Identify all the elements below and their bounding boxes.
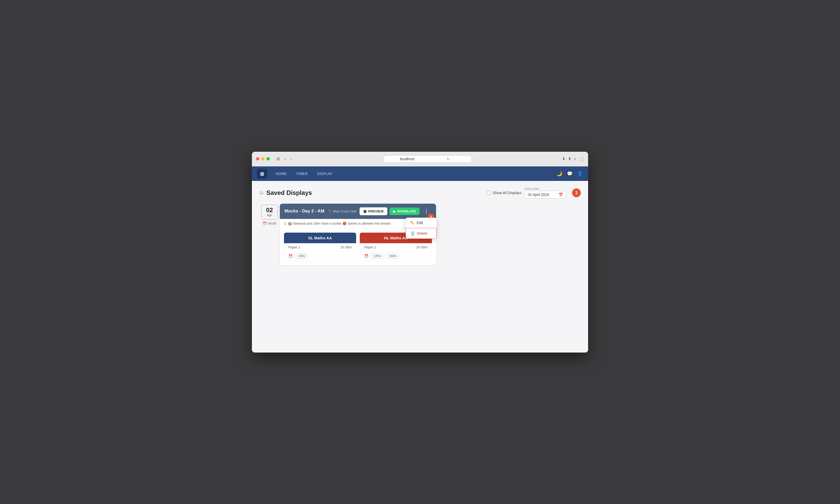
location-text: Main Exam Hall: [333, 209, 356, 213]
date-month: Apr: [265, 213, 274, 217]
subject-paper-row-sl: Paper 1 1h 30m: [284, 243, 356, 251]
invigilate-label: INVIGILATE: [397, 209, 416, 213]
more-icon: ⋮: [424, 208, 429, 214]
subject-header-sl: SL Maths AA: [284, 233, 356, 243]
nav-right: 🌙 💬 👤: [557, 171, 583, 177]
exam-location: 📍 Main Exam Hall: [328, 209, 356, 213]
show-all-label: Show All Displays: [493, 191, 522, 195]
edit-label: Edit: [417, 221, 423, 225]
clock-icon: ⏰: [263, 221, 267, 226]
browser-titlebar: ⊞ ‹ › localhost ↻ ⬇ ⬆ + ⬜: [252, 152, 588, 166]
exam-title: Mocks - Day 2 - AM: [284, 209, 324, 214]
delete-label: Delete: [417, 231, 427, 235]
time-adjustment-icon-hl: ⏰: [364, 254, 369, 258]
user-icon[interactable]: 👤: [577, 171, 583, 177]
nav-links: HOME TIMER DISPLAY: [271, 166, 337, 181]
exam-card-header: Mocks - Day 2 - AM 📍 Main Exam Hall ▦ PR…: [280, 204, 436, 219]
subject-tags-sl: ⏰ +25%: [284, 251, 356, 261]
dropdown-menu: ✏️ Edit 🗑️ Delete: [405, 218, 437, 239]
url-text: localhost: [388, 157, 427, 161]
date-picker-button[interactable]: 02 April 2024 📅: [524, 191, 566, 198]
delete-menu-item[interactable]: 🗑️ Delete: [405, 228, 437, 239]
card-wrapper: Mocks - Day 2 - AM 📍 Main Exam Hall ▦ PR…: [280, 204, 436, 265]
select-date-label: Select Date: [524, 187, 539, 190]
chat-icon[interactable]: 💬: [567, 171, 573, 177]
time-adjustment-icon-sl: ⏰: [288, 254, 293, 258]
logo-icon: ▦: [260, 171, 264, 177]
badge-1-label: 1: [575, 191, 578, 195]
page-content: 🗂 Saved Displays Show All Displays Selec…: [252, 181, 588, 271]
paper-label-hl: Paper 1: [364, 245, 376, 249]
back-button[interactable]: ‹: [283, 156, 287, 162]
tag-hl-25: +25%: [370, 254, 384, 259]
time-text: 09:00: [268, 221, 277, 226]
display-area: 02 Apr ⏰ 09:00 Mocks - Day 2 - AM: [259, 204, 581, 265]
location-icon: 📍: [328, 209, 332, 213]
preview-label: PREVIEW: [368, 209, 384, 213]
edit-icon: ✏️: [410, 221, 415, 225]
maximize-button[interactable]: [266, 157, 270, 161]
nav-timer[interactable]: TIMER: [292, 166, 312, 181]
subject-tags-hl: ⏰ +25% +50%: [360, 251, 432, 261]
page-title: Saved Displays: [266, 189, 312, 196]
page-title-wrap: 🗂 Saved Displays: [259, 189, 312, 196]
nav-logo: ▦: [257, 169, 267, 179]
address-bar-wrap: localhost ↻: [297, 155, 559, 163]
minimize-button[interactable]: [261, 157, 265, 161]
exam-actions: ▦ PREVIEW ▶ INVIGILATE ⋮: [360, 207, 431, 215]
share-icon[interactable]: ⬆: [568, 156, 571, 161]
duration-sl: 1h 30m: [340, 245, 352, 249]
select-date-wrap: Select Date 02 April 2024 📅: [524, 187, 566, 198]
forward-button[interactable]: ›: [289, 156, 293, 162]
date-time: ⏰ 09:00: [263, 221, 277, 226]
subject-card-sl: SL Maths AA Paper 1 1h 30m ⏰: [284, 233, 356, 261]
nav-display[interactable]: DISPLAY: [312, 166, 337, 181]
navbar: ▦ HOME TIMER DISPLAY 🌙 💬 👤: [252, 166, 588, 181]
edit-menu-item[interactable]: ✏️ Edit: [405, 218, 437, 228]
invigilate-button[interactable]: ▶ INVIGILATE: [389, 208, 419, 215]
subject-details-hl: Paper 1 2h 00m ⏰ +25% +50%: [360, 243, 432, 261]
app-container: ▦ HOME TIMER DISPLAY 🌙 💬 👤 🗂 Saved Displ…: [252, 166, 588, 353]
saved-displays-icon: 🗂: [259, 190, 264, 195]
browser-window: ⊞ ‹ › localhost ↻ ⬇ ⬆ + ⬜ ▦ HOME TIMER: [252, 152, 588, 353]
subject-name-hl: HL Maths AA: [384, 236, 408, 240]
step-badge-1: 1: [572, 188, 581, 197]
header-right: Show All Displays Select Date 02 April 2…: [487, 187, 581, 198]
date-sidebar: 02 Apr ⏰ 09:00: [259, 204, 280, 265]
grid-view-button[interactable]: ⊞: [275, 156, 281, 162]
traffic-lights: [256, 157, 270, 161]
exam-card: Mocks - Day 2 - AM 📍 Main Exam Hall ▦ PR…: [280, 204, 436, 265]
address-bar[interactable]: localhost ↻: [384, 155, 472, 163]
calendar-icon: 📅: [559, 193, 563, 197]
tab-overview-icon[interactable]: ⬜: [579, 156, 584, 161]
tag-sl-25: +25%: [294, 254, 308, 259]
browser-actions: ⬇ ⬆ + ⬜: [562, 156, 584, 161]
show-all-wrap: Show All Displays: [487, 191, 522, 195]
tag-hl-50: +50%: [385, 254, 399, 259]
add-tab-icon[interactable]: +: [574, 157, 576, 161]
close-button[interactable]: [256, 157, 259, 161]
subject-name-sl: SL Maths AA: [308, 236, 332, 240]
duration-hl: 2h 00m: [416, 245, 427, 249]
nav-home[interactable]: HOME: [271, 166, 292, 181]
selected-date-text: 02 April 2024: [528, 193, 549, 197]
download-icon[interactable]: ⬇: [562, 156, 565, 161]
info-text: 🏫 Vanessa and John have a scribe 🥵 James…: [288, 221, 390, 226]
page-header: 🗂 Saved Displays Show All Displays Selec…: [259, 187, 581, 198]
paper-label-sl: Paper 1: [288, 245, 300, 249]
subject-details-sl: Paper 1 1h 30m ⏰ +25%: [284, 243, 356, 261]
date-box: 02 Apr: [261, 205, 278, 219]
reload-icon[interactable]: ↻: [429, 157, 468, 161]
preview-icon: ▦: [363, 209, 366, 213]
preview-button[interactable]: ▦ PREVIEW: [360, 207, 387, 215]
invigilate-play-icon: ▶: [393, 209, 396, 213]
dark-mode-icon[interactable]: 🌙: [557, 171, 562, 177]
subject-paper-row-hl: Paper 1 2h 00m: [360, 243, 432, 251]
date-day: 02: [265, 207, 274, 213]
show-all-checkbox[interactable]: [487, 191, 491, 195]
delete-icon: 🗑️: [410, 231, 415, 235]
browser-controls: ⊞ ‹ ›: [275, 156, 294, 162]
info-icon: ℹ: [284, 221, 286, 226]
